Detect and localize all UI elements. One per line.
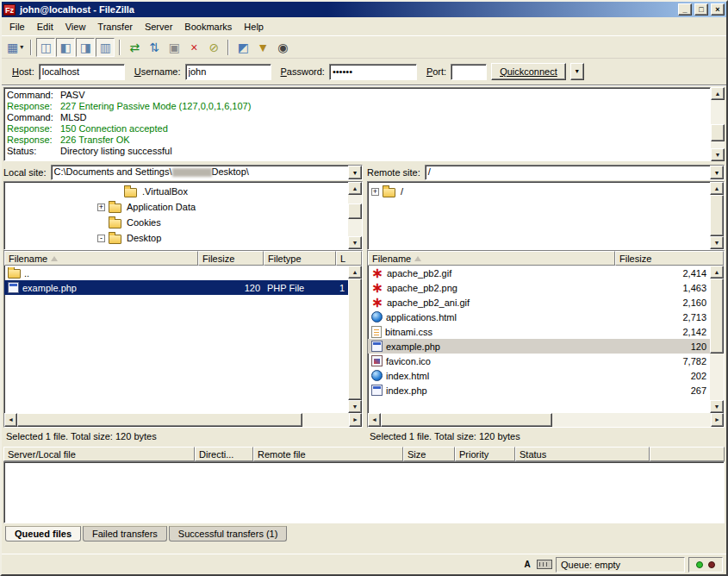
tab-successful-transfers-1[interactable]: Successful transfers (1) [169,526,288,542]
tab-failed-transfers[interactable]: Failed transfers [83,526,167,542]
column-header-filename[interactable]: Filename [368,251,615,266]
remote-list-scrollbar[interactable]: ▲ ▼ [710,266,724,413]
remote-tree-scroll-track[interactable] [710,195,724,236]
column-header-blank[interactable] [650,447,725,461]
tree-item-cookies[interactable]: Cookies [4,215,348,230]
file-row-applications-html[interactable]: applications.html2,713 [368,310,710,324]
local-site-combo[interactable]: C:\Documents and Settings\Desktop\ ▾ [51,165,363,180]
column-header-filename[interactable]: Filename [4,251,198,266]
minimize-button[interactable]: _ [678,3,692,16]
menu-item-transfer[interactable]: Transfer [91,19,139,34]
log-scrollbar[interactable]: ▲ ▼ [711,87,725,161]
port-input[interactable] [451,64,487,80]
disconnect-icon[interactable]: ⊘ [204,38,223,57]
tree-item-application-data[interactable]: +Application Data [4,199,348,215]
username-input[interactable] [185,64,271,80]
file-row-apache-pb2-ani-gif[interactable]: apache_pb2_ani.gif2,160 [368,295,710,310]
refresh-icon[interactable]: ⇄ [125,38,144,57]
toggle-local-tree-icon[interactable]: ◧ [56,38,75,57]
remote-tree-scroll-thumb[interactable] [710,195,724,236]
scroll-down-icon[interactable]: ▼ [348,236,362,249]
scroll-left-icon[interactable]: ◄ [368,413,381,427]
scroll-left-icon[interactable]: ◄ [4,413,17,427]
file-row-apache-pb2-gif[interactable]: apache_pb2.gif2,414 [368,266,710,280]
remote-list-hscroll-thumb[interactable] [381,413,552,427]
find-icon[interactable]: ◉ [273,38,292,57]
tab-queued-files[interactable]: Queued files [5,526,81,542]
column-header-remote-file[interactable]: Remote file [253,447,403,461]
column-header-l[interactable]: L [336,251,362,266]
column-header-server-local-file[interactable]: Server/Local file [3,447,195,461]
file-row-apache-pb2-png[interactable]: apache_pb2.png1,463 [368,280,710,295]
column-header-filesize[interactable]: Filesize [615,251,724,266]
local-list-scrollbar[interactable]: ▲ ▼ [348,266,362,413]
maximize-button[interactable]: □ [694,3,708,16]
local-list-scroll-track[interactable] [348,279,362,400]
log-scroll-track[interactable] [711,100,725,148]
local-list-hscrollbar[interactable]: ◄ ► [4,413,362,427]
password-input[interactable] [329,64,417,80]
scroll-down-icon[interactable]: ▼ [710,400,724,413]
compare-icon[interactable]: ◩ [233,38,252,57]
remote-list-scroll-thumb[interactable] [710,279,724,354]
menu-item-view[interactable]: View [59,19,92,34]
local-site-dropdown-icon[interactable]: ▾ [348,166,362,179]
file-row-example-php[interactable]: example.php120 [368,339,710,354]
cancel-icon[interactable]: × [184,38,203,57]
local-list-scroll-thumb[interactable] [348,279,362,400]
file-row-bitnami-css[interactable]: bitnami.css2,142 [368,324,710,339]
remote-site-dropdown-icon[interactable]: ▾ [710,166,724,179]
tree-expander-icon[interactable]: + [97,203,105,211]
toggle-queue-icon[interactable]: ▥ [96,38,115,57]
toggle-remote-tree-icon[interactable]: ◨ [76,38,95,57]
file-row-example-php[interactable]: example.php120PHP File1 [4,280,348,295]
scroll-up-icon[interactable]: ▲ [348,182,362,195]
local-tree-scroll-track[interactable] [348,195,362,236]
menu-item-bookmarks[interactable]: Bookmarks [178,19,238,34]
column-header-directi[interactable]: Directi... [195,447,253,461]
process-queue-icon[interactable]: ⇅ [145,38,164,57]
tree-expander-icon[interactable]: + [371,188,379,196]
preview-icon[interactable]: ▣ [165,38,184,57]
scroll-down-icon[interactable]: ▼ [710,236,724,249]
quickconnect-dropdown-icon[interactable]: ▾ [570,63,584,80]
scroll-right-icon[interactable]: ► [349,413,362,427]
local-list-hscroll-track[interactable] [17,413,349,427]
menu-item-file[interactable]: File [3,19,31,34]
remote-list-scroll-track[interactable] [710,279,724,400]
tree-item-blank[interactable]: +/ [368,184,710,199]
filter-icon[interactable]: ▼ [253,38,272,57]
file-row-index-html[interactable]: index.html202 [368,368,710,383]
column-header-filesize[interactable]: Filesize [198,251,264,266]
binary-mode-icon[interactable] [537,560,552,569]
file-row-favicon-ico[interactable]: favicon.ico7,782 [368,354,710,368]
local-tree-scroll-thumb[interactable] [348,203,362,219]
menu-item-server[interactable]: Server [139,19,178,34]
transfer-type-icon[interactable]: A [521,559,533,570]
tree-expander-icon[interactable]: - [97,235,105,242]
file-row-blank[interactable]: .. [4,266,348,280]
remote-list-hscrollbar[interactable]: ◄ ► [368,413,724,427]
remote-tree-scrollbar[interactable]: ▲ ▼ [710,182,724,249]
scroll-right-icon[interactable]: ► [711,413,724,427]
log-scroll-thumb[interactable] [711,124,725,141]
remote-list-hscroll-track[interactable] [381,413,711,427]
scroll-down-icon[interactable]: ▼ [348,400,362,413]
quickconnect-button[interactable]: Quickconnect [491,63,566,80]
scroll-down-icon[interactable]: ▼ [711,148,725,161]
tree-item-virtualbox[interactable]: .VirtualBox [4,184,348,199]
scroll-up-icon[interactable]: ▲ [710,266,724,279]
toggle-log-icon[interactable]: ◫ [36,38,55,57]
local-list-hscroll-thumb[interactable] [17,413,302,427]
menu-item-help[interactable]: Help [238,19,270,34]
remote-site-combo[interactable]: / ▾ [425,165,725,180]
scroll-up-icon[interactable]: ▲ [710,182,724,195]
column-header-filetype[interactable]: Filetype [264,251,336,266]
local-tree-scrollbar[interactable]: ▲ ▼ [348,182,362,249]
scroll-up-icon[interactable]: ▲ [348,266,362,279]
column-header-priority[interactable]: Priority [455,447,515,461]
column-header-status[interactable]: Status [515,447,650,461]
tree-item-desktop[interactable]: -Desktop [4,230,348,246]
scroll-up-icon[interactable]: ▲ [711,87,725,100]
site-manager-icon[interactable]: ▦▾ [4,38,26,57]
